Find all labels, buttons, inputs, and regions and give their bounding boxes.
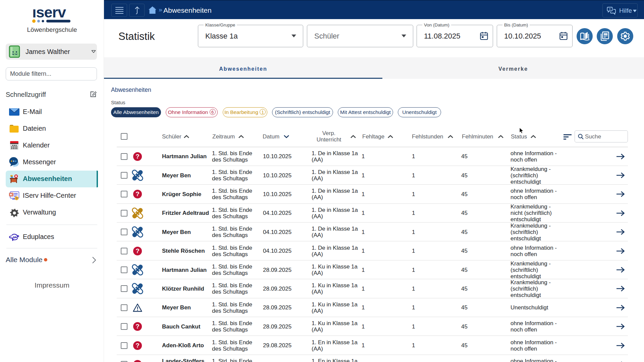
svg-text:?: ? xyxy=(609,7,611,11)
svg-text:?: ? xyxy=(16,197,18,200)
